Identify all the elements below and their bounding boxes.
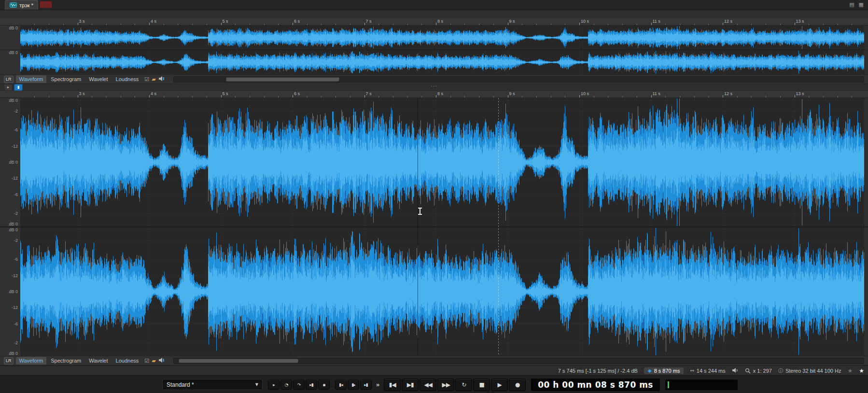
file-length-box[interactable]: ↔ 14 s 244 ms	[690, 368, 725, 374]
tab-wavelet[interactable]: Wavelet	[85, 357, 111, 365]
time-selection-button[interactable]: ▮	[14, 84, 23, 91]
minor-tick	[823, 96, 824, 98]
channel-selector[interactable]: LR	[4, 76, 14, 83]
level-label: dB 0	[9, 50, 18, 55]
panel-splitter[interactable]: ▸ ▮ ···	[0, 84, 868, 91]
overview-time-ruler[interactable]: 3 s4 s5 s6 s7 s8 s9 s10 s11 s12 s13 s	[0, 18, 868, 26]
edit-cursor-line	[498, 98, 499, 356]
monitor-speaker-icon[interactable]	[158, 76, 165, 83]
level-label: -12	[12, 305, 18, 310]
audio-properties[interactable]: ⓘ Stereo 32 bit 44 100 Hz	[778, 368, 841, 374]
edit-indicator-icon[interactable]: ☑	[144, 77, 149, 82]
minor-tick	[809, 24, 809, 25]
tab-wavelet[interactable]: Wavelet	[85, 75, 111, 83]
tab-waveform[interactable]: Waveform	[16, 75, 47, 83]
list-view-icon[interactable]: ▤	[849, 1, 854, 8]
tab-spectrogram[interactable]: Spectrogram	[47, 75, 84, 83]
fast-forward-button[interactable]: ▶▶	[437, 379, 454, 391]
minor-tick	[551, 24, 551, 25]
tab-spectrogram[interactable]: Spectrogram	[47, 357, 84, 365]
transport-preset-select[interactable]: Standard * ▼	[162, 379, 263, 390]
jump-back-button[interactable]: ↷	[293, 380, 305, 390]
channel-selector[interactable]: LR	[4, 357, 14, 365]
zoom-level: x 1: 297	[753, 368, 772, 374]
minor-tick	[766, 24, 766, 25]
overview-scrollbar-thumb[interactable]	[226, 77, 339, 82]
major-tick	[436, 95, 436, 98]
minor-tick	[378, 96, 379, 98]
pen-tool-icon[interactable]: ▰	[152, 77, 155, 82]
minor-tick	[307, 24, 308, 25]
tab-loudness[interactable]: Loudness	[112, 357, 142, 365]
main-waveform-left[interactable]	[20, 98, 864, 226]
playback-from-anchor-button[interactable]: ▸	[268, 380, 280, 390]
wavelab-window: трэк * ▤ ▦ 3 s4 s5 s6 s7 s8 s9 s10 s11 s…	[0, 0, 868, 393]
cursor-time-box[interactable]: ◆ 8 s 870 ms	[644, 367, 684, 374]
major-tick	[78, 23, 78, 25]
minor-tick	[522, 24, 522, 25]
main-scrollbar-thumb[interactable]	[179, 359, 299, 363]
main-waveform-right[interactable]	[20, 227, 864, 356]
document-tab[interactable]: трэк *	[5, 0, 38, 10]
play-from-marker-button[interactable]: ▮▸	[348, 380, 359, 390]
splitter-handle[interactable]: ···	[431, 83, 437, 89]
grid-view-icon[interactable]: ▦	[859, 1, 864, 8]
edit-indicator-icon[interactable]: ☑	[144, 358, 149, 364]
minor-tick	[49, 96, 49, 98]
playback-monitor-icon[interactable]	[732, 367, 739, 374]
minor-tick	[192, 96, 193, 98]
previous-marker-button[interactable]: ▮◂	[335, 380, 347, 390]
overview-waveform-left[interactable]	[20, 26, 864, 50]
record-button[interactable]: ●	[509, 379, 526, 391]
minor-tick	[694, 24, 695, 25]
tab-loudness[interactable]: Loudness	[112, 75, 142, 83]
next-marker-button[interactable]: ▸▮	[360, 380, 372, 390]
stop-at-end-button[interactable]: ▪	[318, 380, 330, 390]
more-controls-button[interactable]: »	[376, 381, 379, 388]
zoom-control[interactable]: x 1: 297	[745, 368, 772, 374]
minor-tick	[106, 96, 107, 98]
goto-start-button[interactable]: ▮◀	[384, 379, 401, 391]
level-ruler-left: dB 0-2-6-12dB 0-12-6-2dB 0	[0, 98, 20, 226]
level-label: dB 0	[9, 227, 18, 232]
goto-end-button[interactable]: ▶▮	[402, 379, 419, 391]
pen-tool-icon[interactable]: ▰	[152, 358, 155, 364]
aux-button-group: ▸◔↷▸▮▪	[268, 380, 330, 390]
stop-button[interactable]: ■	[473, 379, 490, 391]
overview-waveform-right[interactable]	[20, 50, 864, 74]
minor-tick	[34, 24, 35, 25]
play-tool-button[interactable]: ▸	[4, 84, 13, 91]
tick-label: 13 s	[796, 91, 804, 96]
tick-label: 9 s	[509, 91, 515, 96]
time-display[interactable]: 00 h 00 mn 08 s 870 ms	[531, 379, 660, 391]
level-label: -12	[12, 144, 18, 149]
minor-tick	[250, 96, 250, 98]
overview-horizontal-scrollbar[interactable]	[173, 76, 864, 83]
minor-tick	[164, 24, 164, 25]
favorite-star-dim-icon[interactable]: ★	[847, 368, 853, 374]
favorite-star-icon[interactable]: ★	[859, 368, 864, 374]
monitor-speaker-icon[interactable]	[158, 357, 165, 364]
level-label: -2	[14, 238, 18, 243]
minor-tick	[235, 96, 236, 98]
level-label: -12	[12, 176, 18, 181]
main-time-ruler[interactable]: 3 s4 s5 s6 s7 s8 s9 s10 s11 s12 s13 s	[0, 91, 868, 98]
play-button[interactable]: ▶	[491, 379, 508, 391]
major-tick	[579, 95, 580, 98]
minor-tick	[92, 24, 92, 25]
tick-label: 9 s	[509, 19, 515, 24]
loop-button[interactable]: ↻	[455, 379, 472, 391]
minor-tick	[421, 24, 422, 25]
minor-tick	[450, 24, 451, 25]
main-horizontal-scrollbar[interactable]	[173, 358, 864, 364]
rewind-button[interactable]: ◀◀	[420, 379, 436, 391]
minor-tick	[737, 96, 738, 98]
major-tick	[795, 95, 795, 98]
overview-level-ruler-left: dB 0	[0, 26, 20, 50]
major-tick	[221, 95, 222, 98]
tab-waveform[interactable]: Waveform	[16, 357, 47, 365]
play-selection-button[interactable]: ▸▮	[306, 380, 317, 390]
tick-label: 8 s	[437, 91, 443, 96]
timecode-button[interactable]: ◔	[280, 380, 292, 390]
mouse-position-guide	[418, 98, 418, 356]
